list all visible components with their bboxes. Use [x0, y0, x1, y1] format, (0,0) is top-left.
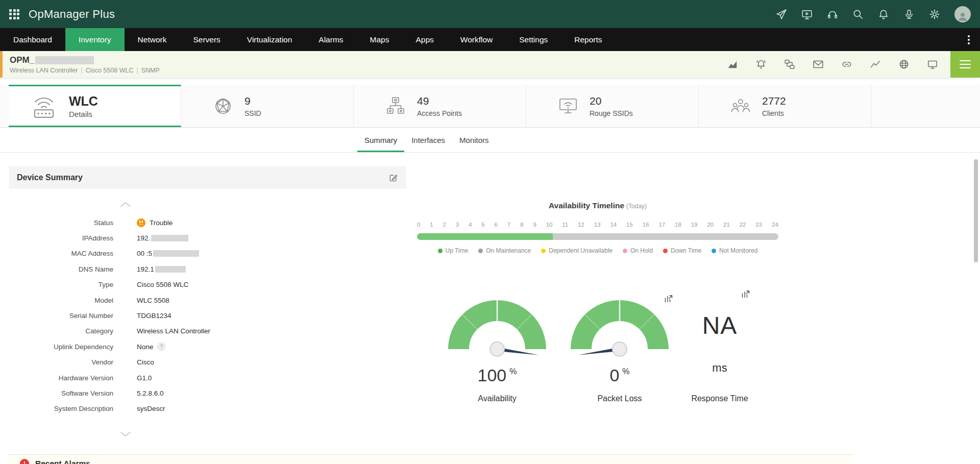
trend-graph-icon[interactable] [870, 59, 881, 70]
nav-settings[interactable]: Settings [506, 28, 561, 51]
search-icon[interactable] [852, 9, 864, 20]
nav-virtualization[interactable]: Virtualization [234, 28, 305, 51]
summary-cards-row: WLC Details 9 SSID 49 Access Points 20 R… [0, 85, 980, 128]
export-report-icon[interactable] [664, 294, 674, 304]
rouge-ssids-label: Rouge SSIDs [590, 109, 633, 117]
hour-label: 13 [594, 222, 601, 228]
microphone-icon[interactable] [903, 9, 915, 20]
tab-clients[interactable]: 2772 Clients [699, 85, 871, 127]
device-name: OPM_ [10, 55, 34, 65]
apps-grid-icon[interactable] [9, 9, 19, 19]
field-hardware-version: Hardware Version G1.0 [9, 370, 406, 385]
tab-rouge-ssids[interactable]: 20 Rouge SSIDs [526, 85, 699, 127]
mac-value: 00 :5 [137, 250, 152, 257]
hour-label: 0 [417, 222, 420, 228]
field-vendor: Vendor Cisco [9, 355, 406, 370]
notifications-bell-icon[interactable] [878, 9, 889, 20]
legend-dot [438, 249, 443, 253]
subtab-interfaces[interactable]: Interfaces [404, 128, 452, 152]
headset-icon[interactable] [827, 9, 838, 20]
device-actions [727, 59, 938, 70]
legend-item: On Hold [623, 247, 653, 254]
email-icon[interactable] [813, 59, 824, 70]
nav-network[interactable]: Network [125, 28, 180, 51]
alarm-severity-icon: ! [20, 459, 29, 464]
hardware-version-value: G1.0 [137, 374, 152, 382]
field-software-version: Software Version 5.2.8.6.0 [9, 385, 406, 401]
access-points-count: 49 [417, 95, 462, 107]
hour-label: 8 [520, 222, 523, 228]
tab-access-points[interactable]: 49 Access Points [354, 85, 526, 127]
clients-label: Clients [762, 109, 786, 117]
card-wlc-subtitle: Details [69, 110, 98, 118]
legend-dot [712, 249, 716, 253]
settings-gear-icon[interactable] [929, 9, 940, 20]
recent-alarms-title: Recent Alarms [35, 459, 90, 464]
user-avatar[interactable] [954, 6, 971, 22]
response-time-value: NA [669, 311, 771, 339]
availability-timeline: Availability Timeline(Today) 01234567891… [417, 201, 778, 254]
legend-item: Up Time [438, 247, 469, 254]
nav-servers[interactable]: Servers [180, 28, 233, 51]
launch-icon[interactable] [776, 9, 787, 20]
edit-icon[interactable] [388, 173, 398, 183]
nav-maps[interactable]: Maps [357, 28, 403, 51]
hour-label: 12 [578, 222, 584, 228]
device-summary-title: Device Summary [17, 173, 83, 182]
timeline-bar [417, 233, 778, 240]
card-wlc-title: WLC [69, 94, 98, 109]
access-point-icon [384, 95, 407, 117]
hour-label: 3 [456, 222, 459, 228]
category-value: Wireless LAN Controller [137, 327, 210, 335]
globe-network-icon [212, 95, 234, 117]
redacted-ip [151, 235, 188, 241]
nav-inventory[interactable]: Inventory [65, 28, 125, 51]
wlc-wifi-icon [29, 91, 59, 121]
hour-label: 14 [610, 222, 617, 228]
web-globe-icon[interactable] [898, 59, 910, 70]
device-summary-header: Device Summary [9, 166, 406, 189]
hour-label: 1 [430, 222, 433, 228]
uplink-value: None [137, 343, 153, 351]
hour-label: 18 [675, 222, 681, 228]
packet-loss-value: 0% [569, 365, 671, 385]
software-version-value: 5.2.8.6.0 [137, 389, 164, 397]
hour-label: 20 [707, 222, 714, 228]
app-title: OpManager Plus [29, 8, 115, 21]
nav-alarms[interactable]: Alarms [305, 28, 356, 51]
nav-reports[interactable]: Reports [561, 28, 615, 51]
redacted-dns [155, 266, 186, 273]
dependency-link-icon[interactable] [841, 59, 852, 70]
tab-wlc-details[interactable]: WLC Details [9, 85, 181, 127]
nav-dashboard[interactable]: Dashboard [0, 28, 65, 51]
nav-overflow-kebab-icon[interactable] [965, 28, 973, 51]
field-dns-name: DNS Name 192.1 [9, 261, 406, 277]
nav-apps[interactable]: Apps [402, 28, 447, 51]
topology-compare-icon[interactable] [784, 59, 795, 70]
ssid-count: 9 [244, 95, 261, 107]
nav-workflow[interactable]: Workflow [447, 28, 506, 51]
main-nav: Dashboard Inventory Network Servers Virt… [0, 28, 980, 51]
hour-label: 16 [643, 222, 649, 228]
model-value: WLC 5508 [137, 297, 169, 304]
hour-label: 4 [469, 222, 472, 228]
screen-share-icon[interactable] [801, 9, 813, 20]
export-report-icon[interactable] [741, 289, 751, 299]
remote-terminal-icon[interactable] [927, 59, 938, 70]
subtab-summary[interactable]: Summary [357, 128, 404, 152]
tab-ssid[interactable]: 9 SSID [181, 85, 354, 127]
field-type: Type Cisco 5508 WLC [9, 277, 406, 292]
timeline-uptime-fill [417, 233, 553, 240]
device-menu-button[interactable] [950, 51, 980, 78]
availability-gauge: 100% Availability [446, 298, 548, 408]
scroll-up-chevron-icon[interactable] [120, 200, 131, 206]
gauge-hub [489, 341, 505, 357]
vertical-scrollbar-thumb[interactable] [974, 159, 978, 262]
subtab-monitors[interactable]: Monitors [452, 128, 496, 152]
help-badge[interactable]: ? [157, 343, 165, 351]
alarm-notify-icon[interactable] [755, 59, 767, 70]
scroll-down-chevron-icon[interactable] [120, 430, 131, 435]
performance-graph-icon[interactable] [727, 59, 738, 70]
response-time-unit: ms [669, 361, 771, 375]
timeline-title: Availability Timeline(Today) [417, 201, 778, 210]
